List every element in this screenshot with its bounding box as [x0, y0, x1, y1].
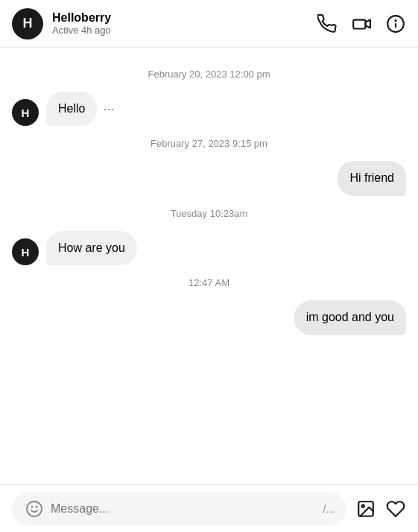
- timestamp-1247: 12:47 AM: [0, 277, 418, 288]
- timestamp-feb20: February 20, 2023 12:00 pm: [0, 69, 418, 80]
- contact-avatar: H: [12, 8, 43, 39]
- message-row: Hi friend: [12, 161, 406, 195]
- heart-button[interactable]: [385, 498, 406, 519]
- received-bubble: Hello: [46, 92, 97, 126]
- slash-commands-button[interactable]: /...: [323, 503, 335, 515]
- info-icon[interactable]: [385, 13, 406, 34]
- message-input-wrapper: /...: [12, 493, 346, 525]
- active-status: Active 4h ago: [52, 25, 317, 36]
- emoji-button[interactable]: [24, 498, 45, 519]
- sender-avatar: H: [12, 238, 39, 265]
- svg-marker-1: [365, 19, 370, 28]
- input-bar: /...: [0, 484, 418, 532]
- contact-info: Helloberry Active 4h ago: [52, 11, 317, 36]
- message-input[interactable]: [45, 502, 323, 516]
- contact-name: Helloberry: [52, 11, 317, 25]
- image-button[interactable]: [355, 498, 376, 519]
- sender-avatar: H: [12, 99, 39, 126]
- message-row: H Hello ···: [12, 92, 406, 126]
- svg-point-9: [362, 504, 364, 507]
- chat-messages: February 20, 2023 12:00 pm H Hello ··· F…: [0, 48, 418, 484]
- sent-bubble: Hi friend: [338, 161, 406, 195]
- chat-header: H Helloberry Active 4h ago: [0, 0, 418, 48]
- svg-point-5: [27, 501, 42, 516]
- header-actions: [317, 13, 406, 34]
- message-options-dots[interactable]: ···: [103, 101, 114, 117]
- timestamp-feb27: February 27, 2023 9:15 pm: [0, 138, 418, 149]
- timestamp-tuesday: Tuesday 10:23am: [0, 208, 418, 219]
- message-row: H How are you: [12, 231, 406, 265]
- phone-icon[interactable]: [317, 13, 338, 34]
- message-row: im good and you: [12, 300, 406, 335]
- video-icon[interactable]: [351, 13, 372, 34]
- sent-bubble: im good and you: [294, 300, 406, 335]
- received-bubble: How are you: [46, 231, 137, 265]
- svg-rect-0: [353, 19, 365, 28]
